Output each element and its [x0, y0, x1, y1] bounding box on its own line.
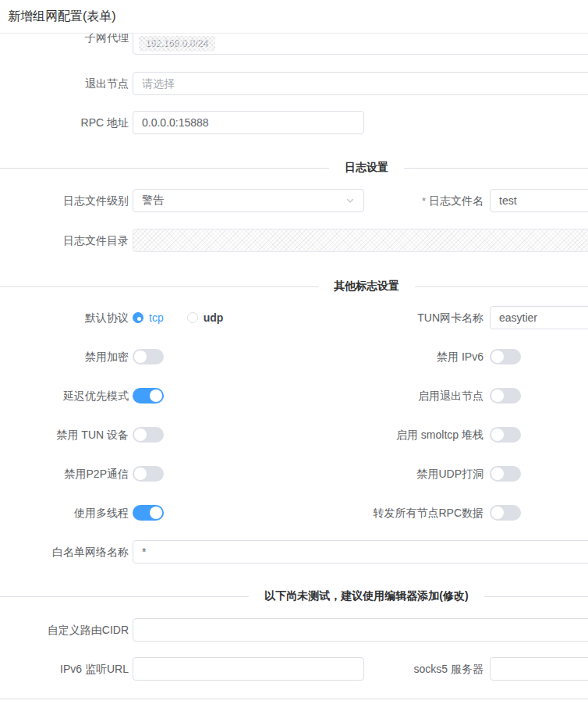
- log-level-label: 日志文件级别: [0, 189, 129, 212]
- relay-all-rpc-label: 转发所有节点RPC数据: [296, 501, 484, 524]
- log-file-input[interactable]: [490, 189, 588, 212]
- switch-knob: [491, 428, 504, 441]
- disable-ipv6-switch[interactable]: [490, 349, 521, 364]
- rpc-addr-label: RPC 地址: [0, 111, 129, 134]
- page-title: 新增组网配置(表单): [8, 9, 116, 25]
- disable-p2p-switch[interactable]: [133, 466, 164, 482]
- switch-knob: [491, 389, 504, 402]
- switch-knob: [491, 507, 504, 519]
- tun-name-input[interactable]: [490, 306, 588, 329]
- latency-first-label: 延迟优先模式: [0, 384, 129, 407]
- section-title-log: 日志设置: [329, 161, 404, 175]
- log-level-value: 警告: [142, 194, 164, 208]
- multi-thread-label: 使用多线程: [0, 501, 129, 524]
- radio-udp-icon: [187, 312, 198, 323]
- relay-all-rpc-switch[interactable]: [490, 505, 521, 521]
- manual-routes-input[interactable]: [133, 618, 588, 642]
- manual-routes-label: 自定义路由CIDR: [0, 618, 129, 642]
- socks5-input[interactable]: [490, 657, 588, 681]
- section-divider-log: 日志设置: [0, 160, 588, 176]
- disable-udp-hole-label: 禁用UDP打洞: [296, 462, 484, 485]
- switch-knob: [491, 350, 504, 363]
- disable-udp-hole-switch[interactable]: [490, 466, 521, 482]
- switch-knob: [150, 507, 162, 519]
- switch-knob: [134, 350, 147, 363]
- bottom-divider: [0, 699, 588, 699]
- enable-exit-node-label: 启用退出节点: [296, 384, 484, 407]
- exit-node-label: 退出节点: [0, 72, 129, 95]
- rpc-addr-input[interactable]: [133, 111, 364, 134]
- disable-p2p-label: 禁用P2P通信: [0, 462, 129, 485]
- whitelist-label: 白名单网络名称: [0, 540, 129, 564]
- log-dir-input: [133, 229, 588, 252]
- subnet-proxy-tag[interactable]: 192.168.0.0/24: [139, 36, 215, 52]
- switch-knob: [134, 468, 147, 480]
- section-divider-untested: 以下尚未测试，建议使用编辑器添加(修改): [0, 588, 588, 604]
- switch-knob: [491, 468, 504, 480]
- switch-knob: [150, 389, 162, 402]
- switch-knob: [134, 428, 147, 441]
- form-body: 子网代理 192.168.0.0/24 退出节点 RPC 地址 日志设置 日志文…: [0, 0, 588, 704]
- radio-udp-label: udp: [204, 311, 224, 324]
- disable-ipv6-label: 禁用 IPv6: [296, 345, 484, 368]
- whitelist-input[interactable]: [133, 540, 588, 564]
- section-title-untested: 以下尚未测试，建议使用编辑器添加(修改): [249, 589, 484, 603]
- latency-first-switch[interactable]: [133, 388, 164, 404]
- dialog-header: 新增组网配置(表单): [0, 0, 588, 34]
- log-dir-label: 日志文件目录: [0, 229, 129, 252]
- required-mark: *: [422, 195, 426, 207]
- radio-tcp[interactable]: tcp: [133, 311, 164, 324]
- log-file-label: *日志文件名: [296, 189, 484, 212]
- dialog-new-network-config: 新增组网配置(表单) 子网代理 192.168.0.0/24 退出节点 RPC …: [0, 0, 588, 704]
- disable-encryption-label: 禁用加密: [0, 345, 129, 368]
- multi-thread-switch[interactable]: [133, 505, 164, 521]
- exit-node-select[interactable]: [133, 72, 588, 95]
- disable-encryption-switch[interactable]: [133, 349, 164, 364]
- radio-tcp-icon: [133, 312, 143, 323]
- socks5-label: socks5 服务器: [296, 657, 484, 681]
- no-tun-switch[interactable]: [133, 427, 164, 443]
- no-tun-label: 禁用 TUN 设备: [0, 423, 129, 446]
- default-protocol-radio-group: tcp udp: [133, 306, 223, 329]
- section-divider-flags: 其他标志设置: [0, 279, 588, 294]
- ipv6-listener-label: IPv6 监听URL: [0, 657, 129, 681]
- tun-name-label: TUN网卡名称: [296, 306, 484, 329]
- radio-tcp-label: tcp: [149, 311, 164, 324]
- default-protocol-label: 默认协议: [0, 306, 129, 329]
- use-smoltcp-label: 启用 smoltcp 堆栈: [296, 423, 484, 446]
- enable-exit-node-switch[interactable]: [490, 388, 521, 404]
- section-title-flags: 其他标志设置: [318, 279, 415, 293]
- radio-udp[interactable]: udp: [187, 311, 224, 324]
- use-smoltcp-switch[interactable]: [490, 427, 521, 443]
